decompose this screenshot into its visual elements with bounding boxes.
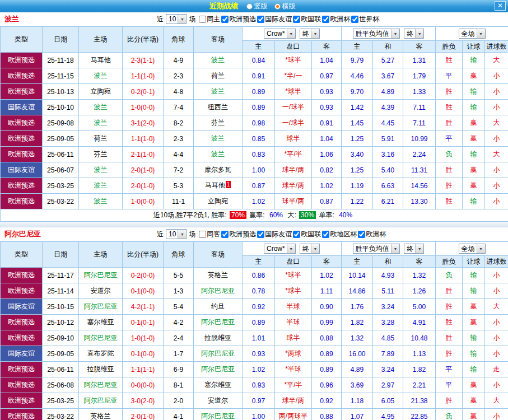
layout-horizontal-option[interactable]: 横版: [274, 2, 296, 11]
away-team-name: 马耳他: [205, 181, 225, 189]
checkbox-input[interactable]: [221, 231, 229, 238]
col-header-date: 日期: [43, 242, 79, 268]
avg-home-odds: 14.86: [342, 283, 373, 299]
handicap-away-odds: 0.96: [312, 377, 342, 393]
subcol-avg-home: 主: [342, 41, 373, 53]
avg-odds-group-header: 胜平负均值 终: [342, 242, 436, 256]
avg-stage-value: 终: [407, 244, 415, 254]
avg-away-odds: 5.00: [403, 299, 436, 315]
close-icon[interactable]: ✕: [495, 1, 506, 11]
home-team-cell: 阿尔巴尼亚: [79, 268, 123, 283]
layout-vertical-option[interactable]: 竖版: [246, 2, 268, 11]
odds-company-select[interactable]: Crow*: [264, 244, 296, 254]
checkbox-label: 欧国联: [301, 230, 321, 239]
match-result: 胜: [436, 53, 463, 68]
odds-stage-select[interactable]: 终: [300, 29, 320, 39]
filter-checkbox[interactable]: 世界杯: [351, 15, 379, 24]
filter-checkbox[interactable]: 同主: [199, 15, 220, 24]
checkbox-label: 欧国联: [301, 15, 321, 24]
goals-result: 小: [485, 178, 508, 194]
home-team-cell: 立陶宛: [79, 84, 123, 100]
handicap-line: *球半: [275, 268, 312, 283]
match-row: 欧洲预选25-11-15波兰1-1(1-0)2-3荷兰0.91*半/一0.974…: [1, 68, 508, 84]
avg-home-odds: 9.70: [342, 84, 373, 100]
checkbox-input[interactable]: [199, 231, 206, 238]
scope-select[interactable]: 全场: [459, 244, 486, 254]
match-row: 国际友谊25-09-05直布罗陀0-1(0-0)1-7阿尔巴尼亚0.93*两球0…: [1, 346, 508, 362]
match-date: 25-11-18: [43, 53, 79, 68]
match-row: 欧洲预选25-03-22波兰1-0(0-0)11-1立陶宛1.02球半/两0.8…: [1, 194, 508, 209]
checkbox-input[interactable]: [257, 16, 264, 23]
filter-checkbox[interactable]: 欧洲预选: [221, 15, 256, 24]
match-result: 胜: [436, 299, 463, 315]
subcol-handicap-line: 盘口: [275, 41, 312, 53]
avg-draw-odds: 3.28: [373, 315, 403, 330]
match-score: 1-1(1-1): [123, 362, 164, 377]
checkbox-input[interactable]: [199, 16, 206, 23]
radio-selected-icon[interactable]: [274, 3, 281, 10]
match-score: 4-2(1-1): [123, 299, 164, 315]
match-date: 25-10-13: [43, 84, 79, 100]
filter-checkbox[interactable]: 欧洲杯: [322, 15, 350, 24]
filter-checkbox[interactable]: 欧洲预选: [221, 230, 256, 239]
match-count-select[interactable]: 10: [166, 229, 187, 239]
away-team-name: 阿尔巴尼亚: [201, 287, 235, 295]
checkbox-input[interactable]: [351, 16, 358, 23]
handicap-line: 半球: [275, 299, 312, 315]
handicap-home-odds: 1.02: [243, 194, 275, 209]
handicap-away-odds: 0.92: [312, 393, 342, 409]
filter-checkbox[interactable]: 欧洲杯: [358, 230, 386, 239]
avg-home-odds: 1.76: [342, 299, 373, 315]
match-score: 1-1(1-0): [123, 131, 164, 147]
checkbox-input[interactable]: [293, 231, 300, 238]
checkbox-input[interactable]: [257, 231, 264, 238]
match-count-select[interactable]: 10: [166, 14, 187, 24]
home-team-name: 阿尔巴尼亚: [84, 396, 118, 404]
checkbox-input[interactable]: [293, 16, 300, 23]
radio-unselected-icon[interactable]: [246, 3, 253, 10]
home-team-cell: 拉脱维亚: [79, 362, 123, 377]
match-type: 国际友谊: [1, 299, 43, 315]
away-team-name: 摩尔多瓦: [204, 166, 231, 174]
poland-matches-tbody: 欧洲预选25-11-18马耳他2-3(1-1)4-9波兰0.84*球半1.049…: [1, 53, 508, 209]
filter-checkbox[interactable]: 国际友谊: [257, 15, 292, 24]
avg-odds-select[interactable]: 胜平负均值: [353, 29, 400, 39]
filter-checkbox[interactable]: 欧地区杯: [322, 230, 357, 239]
avg-stage-select[interactable]: 终: [404, 29, 424, 39]
filter-checkbox[interactable]: 国际友谊: [257, 230, 292, 239]
col-header-corner: 角球: [164, 242, 194, 268]
away-team-cell: 波兰: [194, 84, 243, 100]
match-type: 欧洲预选: [1, 53, 43, 68]
col-header-score: 比分(半场): [123, 242, 164, 268]
subcol-handicap-home: 主: [243, 256, 275, 268]
match-type: 欧洲预选: [1, 315, 43, 330]
avg-home-odds: 4.46: [342, 68, 373, 84]
subcol-handicap-home: 主: [243, 41, 275, 53]
avg-away-odds: 4.91: [403, 315, 436, 330]
match-type: 欧洲预选: [1, 393, 43, 409]
filter-checkbox[interactable]: 欧国联: [293, 15, 321, 24]
odds-company-value: Crow*: [267, 245, 287, 253]
scope-select[interactable]: 全场: [459, 29, 486, 39]
match-row: 欧洲预选25-11-17阿尔巴尼亚0-2(0-0)5-5英格兰0.86*球半1.…: [1, 268, 508, 283]
filter-checkbox[interactable]: 欧国联: [293, 230, 321, 239]
home-team-name: 阿尔巴尼亚: [84, 381, 118, 389]
avg-odds-select[interactable]: 胜平负均值: [353, 244, 400, 254]
avg-home-odds: 1.22: [342, 194, 373, 209]
filter-checkbox[interactable]: 同客: [199, 230, 220, 239]
checkbox-input[interactable]: [358, 231, 365, 238]
corner-score: 6-9: [164, 362, 194, 377]
checkbox-input[interactable]: [322, 231, 329, 238]
odds-stage-select[interactable]: 终: [300, 244, 320, 254]
checkbox-input[interactable]: [221, 16, 229, 23]
avg-stage-select[interactable]: 终: [404, 244, 424, 254]
away-team-name: 拉脱维亚: [204, 334, 231, 342]
handicap-line: 一/球半: [275, 100, 312, 115]
match-row: 欧洲预选25-03-22英格兰2-0(1-0)4-1阿尔巴尼亚1.00两/两球半…: [1, 409, 508, 420]
titlebar: 近期战绩 竖版 横版 ✕: [0, 0, 508, 12]
subcol-handicap-result: 让球: [463, 256, 485, 268]
col-header-away: 客场: [194, 27, 243, 53]
checkbox-input[interactable]: [322, 16, 329, 23]
odds-company-select[interactable]: Crow*: [264, 29, 296, 39]
home-team-cell: 塞尔维亚: [79, 315, 123, 330]
